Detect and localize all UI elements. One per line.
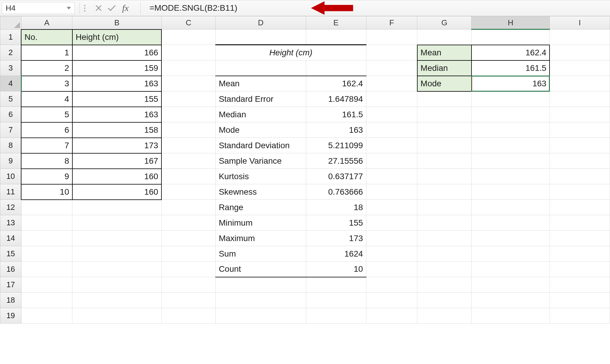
name-box[interactable]: H4: [2, 2, 75, 14]
col-header-F[interactable]: F: [366, 16, 417, 29]
cell-E5[interactable]: 1.647894: [306, 91, 366, 107]
cell-I9[interactable]: [550, 153, 610, 169]
cell-B17[interactable]: [72, 277, 161, 293]
cell-I11[interactable]: [550, 184, 610, 200]
cell-H16[interactable]: [471, 262, 550, 277]
cell-G12[interactable]: [417, 200, 471, 215]
cell-C9[interactable]: [161, 153, 216, 169]
cell-B10[interactable]: 160: [72, 169, 161, 184]
cell-H13[interactable]: [471, 215, 550, 231]
row-header[interactable]: 1: [0, 29, 21, 45]
cell-A6[interactable]: 5: [21, 107, 72, 122]
cell-E8[interactable]: 5.211099: [306, 138, 366, 153]
cell-F2[interactable]: [366, 45, 417, 60]
cell-G8[interactable]: [417, 138, 471, 153]
cell-H10[interactable]: [471, 169, 550, 184]
cell-H8[interactable]: [471, 138, 550, 153]
row-header[interactable]: 12: [0, 200, 21, 215]
cell-D16[interactable]: Count: [216, 262, 306, 277]
cell-D3[interactable]: [216, 60, 306, 76]
col-header-E[interactable]: E: [306, 16, 366, 29]
cell-G6[interactable]: [417, 107, 471, 122]
cell-E13[interactable]: 155: [306, 215, 366, 231]
cell-H9[interactable]: [471, 153, 550, 169]
cell-C5[interactable]: [161, 91, 216, 107]
cell-C13[interactable]: [161, 215, 216, 231]
cell-B1[interactable]: Height (cm): [72, 29, 161, 45]
cell-A1[interactable]: No.: [21, 29, 72, 45]
cell-E10[interactable]: 0.637177: [306, 169, 366, 184]
cell-H2[interactable]: 162.4: [471, 45, 550, 60]
row-header[interactable]: 3: [0, 60, 21, 76]
cell-D6[interactable]: Median: [216, 107, 306, 122]
cell-H11[interactable]: [471, 184, 550, 200]
cell-E12[interactable]: 18: [306, 200, 366, 215]
cell-D19[interactable]: [216, 308, 306, 324]
row-header[interactable]: 17: [0, 277, 21, 293]
chevron-down-icon[interactable]: [67, 7, 71, 10]
cell-C3[interactable]: [161, 60, 216, 76]
cell-I8[interactable]: [550, 138, 610, 153]
cell-D14[interactable]: Maximum: [216, 231, 306, 246]
cell-B7[interactable]: 158: [72, 122, 161, 138]
cell-C16[interactable]: [161, 262, 216, 277]
cell-E7[interactable]: 163: [306, 122, 366, 138]
cell-D2[interactable]: Height (cm): [216, 45, 366, 60]
cell-A14[interactable]: [21, 231, 72, 246]
cell-B6[interactable]: 163: [72, 107, 161, 122]
cell-F1[interactable]: [366, 29, 417, 45]
cell-I16[interactable]: [550, 262, 610, 277]
cell-A9[interactable]: 8: [21, 153, 72, 169]
cell-I15[interactable]: [550, 246, 610, 262]
col-header-H[interactable]: H: [471, 16, 550, 29]
cancel-button[interactable]: [92, 2, 105, 14]
row-header[interactable]: 18: [0, 293, 21, 308]
cell-C19[interactable]: [161, 308, 216, 324]
cell-A10[interactable]: 9: [21, 169, 72, 184]
cell-I6[interactable]: [550, 107, 610, 122]
cell-D12[interactable]: Range: [216, 200, 306, 215]
row-header[interactable]: 8: [0, 138, 21, 153]
cell-D10[interactable]: Kurtosis: [216, 169, 306, 184]
cell-D8[interactable]: Standard Deviation: [216, 138, 306, 153]
cell-G10[interactable]: [417, 169, 471, 184]
cell-A13[interactable]: [21, 215, 72, 231]
cell-F3[interactable]: [366, 60, 417, 76]
cell-F7[interactable]: [366, 122, 417, 138]
cell-B16[interactable]: [72, 262, 161, 277]
cell-B4[interactable]: 163: [72, 76, 161, 91]
cell-I12[interactable]: [550, 200, 610, 215]
cell-E16[interactable]: 10: [306, 262, 366, 277]
col-header-B[interactable]: B: [72, 16, 161, 29]
col-header-G[interactable]: G: [417, 16, 471, 29]
cell-G3[interactable]: Median: [417, 60, 471, 76]
cell-D1[interactable]: [216, 29, 306, 45]
formula-input[interactable]: [145, 2, 610, 14]
cell-B11[interactable]: 160: [72, 184, 161, 200]
cell-D15[interactable]: Sum: [216, 246, 306, 262]
col-header-D[interactable]: D: [216, 16, 306, 29]
cell-C15[interactable]: [161, 246, 216, 262]
cell-F16[interactable]: [366, 262, 417, 277]
row-header[interactable]: 16: [0, 262, 21, 277]
row-header[interactable]: 5: [0, 91, 21, 107]
cell-G1[interactable]: [417, 29, 471, 45]
cell-H6[interactable]: [471, 107, 550, 122]
cell-D7[interactable]: Mode: [216, 122, 306, 138]
row-header[interactable]: 11: [0, 184, 21, 200]
cell-I7[interactable]: [550, 122, 610, 138]
cell-C14[interactable]: [161, 231, 216, 246]
row-header[interactable]: 13: [0, 215, 21, 231]
cell-G15[interactable]: [417, 246, 471, 262]
enter-button[interactable]: [105, 2, 118, 14]
cell-I3[interactable]: [550, 60, 610, 76]
cell-I10[interactable]: [550, 169, 610, 184]
cell-H5[interactable]: [471, 91, 550, 107]
cell-E4[interactable]: 162.4: [306, 76, 366, 91]
cell-C7[interactable]: [161, 122, 216, 138]
cell-A16[interactable]: [21, 262, 72, 277]
cell-A2[interactable]: 1: [21, 45, 72, 60]
cell-F15[interactable]: [366, 246, 417, 262]
cell-C10[interactable]: [161, 169, 216, 184]
cell-I4[interactable]: [550, 76, 610, 91]
